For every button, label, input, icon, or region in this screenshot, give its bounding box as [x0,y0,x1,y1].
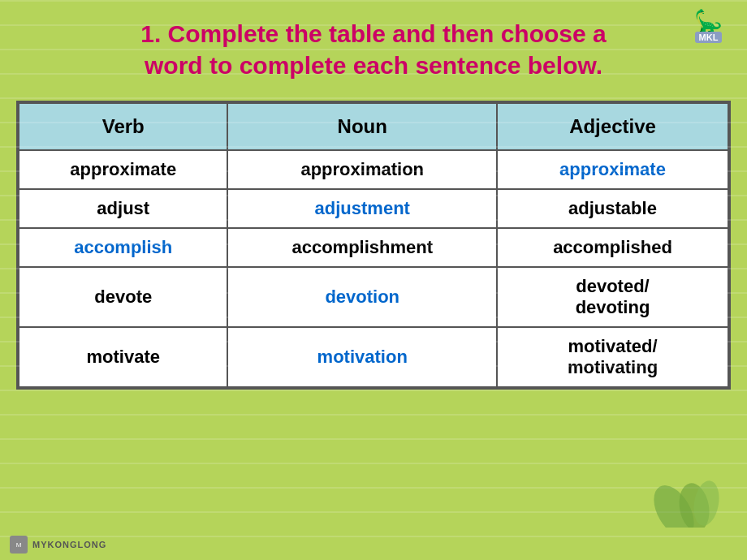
footer-brand: MYKONGLONG [32,540,106,549]
col-header-noun: Noun [227,103,497,150]
svg-point-0 [650,479,702,528]
table-row: accomplishaccomplishmentaccomplished [19,228,728,267]
page-title: 1. Complete the table and then choose a … [32,18,715,81]
cell-verb-4: motivate [19,327,227,387]
col-header-verb: Verb [19,103,227,150]
cell-verb-2: accomplish [19,228,227,267]
table-row: adjustadjustmentadjustable [19,189,728,228]
cell-noun-2: accomplishment [227,228,497,267]
cell-noun-3: devotion [227,267,497,327]
word-table: Verb Noun Adjective approximateapproxima… [18,102,729,388]
cell-noun-1: adjustment [227,189,497,228]
footer: M MYKONGLONG [10,536,106,554]
header: 1. Complete the table and then choose a … [0,0,747,89]
table-row: motivatemotivationmotivated/motivating [19,327,728,387]
cell-noun-0: approximation [227,150,497,189]
svg-point-2 [690,479,722,528]
cell-adjective-4: motivated/motivating [497,327,728,387]
cell-adjective-0: approximate [497,150,728,189]
cell-verb-3: devote [19,267,227,327]
col-header-adjective: Adjective [497,103,728,150]
cell-verb-0: approximate [19,150,227,189]
slide: 🦕 MKL 1. Complete the table and then cho… [0,0,747,560]
cell-adjective-3: devoted/devoting [497,267,728,327]
cell-noun-4: motivation [227,327,497,387]
table-header-row: Verb Noun Adjective [19,103,728,150]
svg-point-1 [676,480,713,528]
cell-adjective-1: adjustable [497,189,728,228]
table-row: devotedevotiondevoted/devoting [19,267,728,327]
table-row: approximateapproximationapproximate [19,150,728,189]
leaf-decoration-icon [650,463,723,528]
word-table-container: Verb Noun Adjective approximateapproxima… [16,101,731,390]
cell-adjective-2: accomplished [497,228,728,267]
cell-verb-1: adjust [19,189,227,228]
footer-logo-icon: M [10,536,28,554]
